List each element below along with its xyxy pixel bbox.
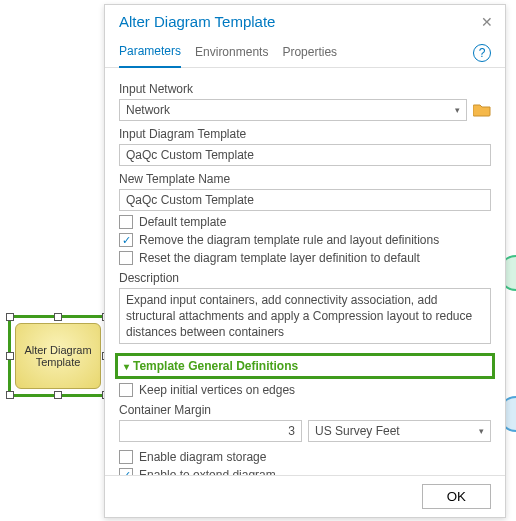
chevron-down-icon: ▾ [479, 426, 484, 436]
description-field[interactable] [119, 288, 491, 344]
dialog-titlebar: Alter Diagram Template ✕ [105, 5, 505, 34]
browse-folder-icon[interactable] [473, 102, 491, 118]
resize-handle[interactable] [6, 352, 14, 360]
input-network-select[interactable]: Network ▾ [119, 99, 467, 121]
tab-parameters[interactable]: Parameters [119, 38, 181, 68]
ok-button[interactable]: OK [422, 484, 491, 509]
tab-properties[interactable]: Properties [282, 39, 337, 67]
label-keep-vertices: Keep initial vertices on edges [139, 383, 295, 397]
model-node-label: Alter Diagram Template [15, 323, 101, 389]
label-description: Description [119, 271, 491, 285]
chevron-down-icon: ▾ [124, 361, 129, 372]
dialog-alter-diagram-template: Alter Diagram Template ✕ Parameters Envi… [104, 4, 506, 518]
close-icon[interactable]: ✕ [481, 14, 493, 30]
resize-handle[interactable] [6, 391, 14, 399]
chevron-down-icon: ▾ [455, 105, 460, 115]
dialog-content: Input Network Network ▾ Input Diagram Te… [105, 68, 505, 475]
tab-environments[interactable]: Environments [195, 39, 268, 67]
container-margin-unit-select[interactable]: US Survey Feet ▾ [308, 420, 491, 442]
label-new-template: New Template Name [119, 172, 491, 186]
new-template-name-field[interactable] [119, 189, 491, 211]
resize-handle[interactable] [6, 313, 14, 321]
resize-handle[interactable] [54, 313, 62, 321]
label-reset-layer: Reset the diagram template layer definit… [139, 251, 420, 265]
resize-handle[interactable] [54, 391, 62, 399]
label-input-template: Input Diagram Template [119, 127, 491, 141]
checkbox-enable-storage[interactable] [119, 450, 133, 464]
label-default-template: Default template [139, 215, 226, 229]
model-node-alter-diagram-template[interactable]: Alter Diagram Template [8, 315, 108, 397]
checkbox-remove-definitions[interactable] [119, 233, 133, 247]
input-diagram-template-field[interactable] [119, 144, 491, 166]
container-margin-field[interactable] [119, 420, 302, 442]
checkbox-default-template[interactable] [119, 215, 133, 229]
container-margin-unit-value: US Survey Feet [315, 424, 400, 438]
checkbox-keep-vertices[interactable] [119, 383, 133, 397]
dialog-tabs: Parameters Environments Properties ? [105, 34, 505, 68]
label-container-margin: Container Margin [119, 403, 491, 417]
label-enable-extend: Enable to extend diagram [139, 468, 276, 475]
dialog-title: Alter Diagram Template [119, 13, 275, 30]
label-remove-definitions: Remove the diagram template rule and lay… [139, 233, 439, 247]
checkbox-reset-layer[interactable] [119, 251, 133, 265]
section-title: Template General Definitions [133, 359, 298, 373]
section-template-general-definitions[interactable]: ▾ Template General Definitions [115, 353, 495, 379]
label-enable-storage: Enable diagram storage [139, 450, 266, 464]
help-icon[interactable]: ? [473, 44, 491, 62]
checkbox-enable-extend[interactable] [119, 468, 133, 475]
input-network-value: Network [126, 103, 170, 117]
label-input-network: Input Network [119, 82, 491, 96]
dialog-footer: OK [105, 475, 505, 517]
